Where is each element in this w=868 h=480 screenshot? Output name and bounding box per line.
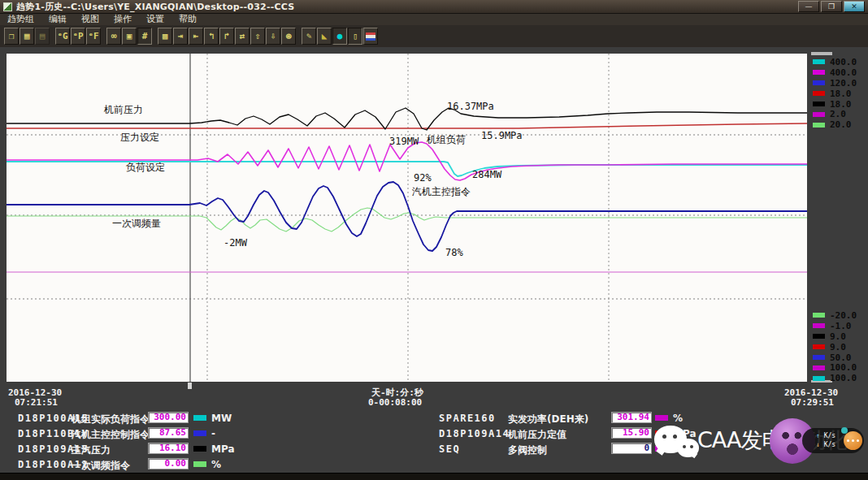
menu-item[interactable]: 趋势组 [0, 14, 41, 25]
page-prev-button[interactable]: ↰ [204, 28, 219, 45]
app-icon [3, 2, 12, 11]
scroll-down-button[interactable]: ⇩ [266, 28, 280, 45]
chart-annotation: 319MW [389, 136, 419, 147]
point-value-box[interactable]: 15.90 [611, 427, 652, 439]
menu-item[interactable]: 编辑 [41, 14, 74, 25]
save-as-button[interactable]: ▤ [35, 28, 50, 45]
shrink-time-button[interactable]: ⇤ [189, 28, 203, 45]
scale-min-value: 9.0 [830, 331, 846, 342]
point-value-box[interactable]: 300.00 [148, 412, 189, 423]
brush-button[interactable]: ◣ [317, 28, 332, 45]
legend-row: 400.0 [813, 57, 866, 67]
trend-viewer-window: 趋势1-历史--C:\Users\YE_XIANGQIAN\Desktop--0… [0, 0, 868, 480]
save-button[interactable]: ▦ [20, 28, 34, 45]
snapshot-button[interactable]: ▩ [158, 28, 172, 45]
annotate-button[interactable]: ✎ [302, 28, 316, 45]
menu-item[interactable]: 操作 [106, 14, 139, 25]
scroll-up-button[interactable]: ⇧ [250, 28, 265, 45]
group-f-button[interactable]: ᵉF [86, 28, 101, 45]
scale-max-value: 400.0 [830, 57, 857, 67]
point-value-box[interactable]: 0 [611, 443, 652, 454]
pen-color-swatch [813, 344, 825, 349]
annotate-icon: ✎ [306, 31, 312, 41]
legend-row: 100.0 [813, 373, 866, 383]
timeline-end: 2016-12-30 07:29:51 [784, 387, 838, 407]
pen-color-swatch [193, 415, 206, 421]
title-bar[interactable]: 趋势1-历史--C:\Users\YE_XIANGQIAN\Desktop--0… [0, 0, 868, 14]
shrink-time-icon: ⇤ [193, 31, 199, 41]
screen-button[interactable]: ▣ [122, 28, 137, 45]
save-icon: ▦ [24, 31, 30, 41]
point-unit: - [211, 428, 215, 439]
legend-row: 400.0 [813, 67, 866, 78]
trend-plot[interactable]: 机前压力压力设定负荷设定一次调频量16.37MPa15.9MPa319MW机组负… [7, 54, 807, 382]
group-f-icon: ᵉF [88, 31, 98, 41]
scale-min-value: 100.0 [830, 373, 857, 383]
stretch-time-button[interactable]: ⇥ [173, 28, 188, 45]
point-value-box[interactable]: 301.94 [611, 412, 652, 423]
menu-item[interactable]: 帮助 [171, 14, 204, 25]
menu-item[interactable]: 视图 [74, 14, 106, 25]
toolbar-separator [296, 28, 301, 45]
close-button[interactable]: ✕ [844, 1, 865, 12]
wheel-icon: ⊛ [286, 31, 292, 41]
legend-row: 9.0 [813, 331, 866, 342]
window-title: 趋势1-历史--C:\Users\YE_XIANGQIAN\Desktop--0… [16, 1, 294, 13]
legend-scroll-thumb-top[interactable] [811, 52, 832, 55]
start-time: 07:21:51 [8, 398, 62, 407]
point-value: 301.94 [612, 413, 651, 422]
chart-annotation: 16.37MPa [447, 101, 494, 112]
screen-icon: ▣ [127, 31, 132, 41]
flag-button[interactable] [363, 28, 378, 45]
point-label: 机组实际负荷指令 [72, 413, 150, 426]
grid-button[interactable]: # [137, 28, 152, 45]
menu-item[interactable]: 设置 [139, 14, 171, 25]
toolbar-separator [101, 28, 106, 45]
flag-icon [366, 32, 375, 41]
point-value: 300.00 [149, 413, 188, 422]
page-next-button[interactable]: ↱ [219, 28, 234, 45]
point-unit: MPa [211, 443, 235, 455]
point-label: 多阀控制 [508, 443, 547, 457]
chart-annotation: -2MW [224, 237, 247, 249]
record-button[interactable]: ● [332, 28, 347, 45]
chart-annotation: 汽机主控指令 [412, 185, 471, 199]
legend-row: -20.0 [813, 310, 866, 321]
legend-row: 18.0 [813, 89, 866, 99]
panel-button[interactable]: ▯ [348, 28, 362, 45]
scale-max-value: 2.0 [830, 109, 846, 119]
pen-color-swatch [813, 91, 825, 96]
restore-button[interactable]: ❐ [821, 1, 842, 12]
pen-color-swatch [655, 415, 668, 421]
scroll-up-icon: ⇧ [255, 31, 261, 41]
group-g-button[interactable]: ᵉG [55, 28, 70, 45]
wheel-button[interactable]: ⊛ [281, 28, 296, 45]
transfer-button[interactable]: ⇄ [235, 28, 250, 45]
legend-row: 2.0 [813, 109, 866, 119]
watermark-text: CAA发电自动化 [697, 426, 847, 455]
point-value-box[interactable]: 0.00 [148, 458, 189, 469]
scale-legend-top: 400.0 400.0 120.0 18.0 18.0 2.0 20.0 [813, 57, 866, 130]
legend-row: 18.0 [813, 99, 866, 110]
table-row: D18P109A15 主汽压力 16.10 MPa [18, 442, 262, 457]
point-value-box[interactable]: 87.65 [148, 427, 189, 439]
point-value-box[interactable]: 16.10 [148, 443, 189, 454]
chart-annotation: 压力设定 [120, 131, 159, 145]
end-date: 2016-12-30 [784, 388, 838, 397]
open-button[interactable]: ❐ [4, 28, 19, 45]
pen-color-swatch [813, 365, 825, 370]
pen-color-swatch [813, 313, 825, 318]
save-as-icon: ▤ [40, 31, 46, 41]
point-value: 0 [612, 443, 651, 453]
minimize-button[interactable]: — [798, 1, 819, 12]
brush-icon: ◣ [322, 31, 328, 41]
time-cursor-tick[interactable] [188, 383, 192, 389]
toolbar-separator [50, 28, 54, 45]
scale-max-value: 20.0 [830, 119, 852, 130]
timeline-span: 天-时:分:秒 0-00:08:00 [368, 387, 423, 407]
scale-min-value: 100.0 [830, 362, 857, 373]
point-value: 15.90 [612, 428, 651, 438]
search-button[interactable]: ∞ [106, 28, 121, 45]
pen-color-swatch [813, 112, 825, 117]
group-p-button[interactable]: ᵉP [71, 28, 85, 45]
